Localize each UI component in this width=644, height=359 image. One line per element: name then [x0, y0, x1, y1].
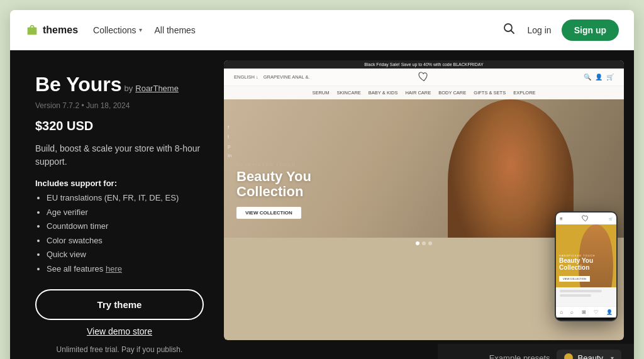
mobile-home-icon: ⌂ — [560, 309, 563, 315]
view-demo-link[interactable]: View demo store — [35, 326, 204, 336]
theme-description: Build, boost & scale your store with 8-h… — [35, 142, 204, 168]
feature-item: Quick view — [47, 248, 204, 261]
store-search-icon: 🔍 — [584, 74, 591, 80]
main-window: themes Collections ▾ All themes Log in S… — [10, 10, 634, 359]
main-nav: Collections ▾ All themes — [93, 25, 484, 35]
mobile-content-area — [556, 287, 616, 306]
shopify-bag-icon — [25, 23, 39, 37]
store-cart-icon: 🛒 — [606, 74, 614, 80]
mobile-nav-bar: ⌂ ⌕ ⊞ ♡ 👤 — [556, 306, 616, 318]
chevron-down-icon: ▾ — [611, 355, 614, 360]
mobile-preview: ☰ 🛒 HANDPICKED TOUCH Beauty YouCollectio… — [555, 211, 618, 321]
search-icon — [502, 22, 515, 35]
logo[interactable]: themes — [25, 23, 78, 37]
chevron-down-icon: ▾ — [139, 26, 142, 33]
store-main-nav: SERUM SKINCARE BABY & KIDS HAIR CARE BOD… — [224, 86, 624, 99]
bottom-bar: Example presets Beauty ▾ — [438, 344, 634, 359]
see-all-features-link[interactable]: here — [106, 264, 122, 273]
store-action-icons: 🔍 👤 🛒 — [584, 74, 614, 80]
mobile-cart-icon: 🛒 — [609, 217, 613, 221]
store-heart-logo — [418, 72, 430, 82]
all-themes-nav-item[interactable]: All themes — [155, 25, 196, 35]
search-button[interactable] — [500, 19, 518, 40]
feature-item-seeall: See all features here — [47, 263, 204, 275]
signup-button[interactable]: Sign up — [562, 19, 619, 41]
feature-item: EU translations (EN, FR, IT, DE, ES) — [47, 192, 204, 204]
hero-eyebrow: HANDPICKED TOUCH — [236, 163, 311, 167]
includes-label: Includes support for: — [35, 179, 204, 188]
feature-item: Color swatches — [47, 235, 204, 247]
preview-container: Black Friday Sale! Save up to 40% with c… — [224, 60, 624, 340]
mobile-grid-icon: ⊞ — [582, 309, 586, 315]
dot-2 — [422, 241, 426, 245]
header-actions: Log in Sign up — [500, 19, 619, 41]
promo-bar: Black Friday Sale! Save up to 40% with c… — [224, 60, 624, 69]
theme-price: $320 USD — [35, 119, 204, 133]
store-header: ENGLISH ↓ GRAPEVINE ANAL &. 🔍 👤 🛒 — [224, 69, 624, 86]
mobile-search-icon: ⌕ — [570, 309, 574, 315]
store-logo — [418, 72, 430, 83]
main-content: Be Yours by RoarTheme Version 7.7.2 • Ju… — [10, 50, 634, 359]
theme-title: Be Yours — [35, 73, 122, 96]
right-panel: Black Friday Sale! Save up to 40% with c… — [224, 50, 634, 359]
preset-name: Beauty — [578, 353, 603, 360]
theme-author-link[interactable]: RoarTheme — [135, 84, 179, 93]
mobile-hero: HANDPICKED TOUCH Beauty YouCollection VI… — [556, 224, 616, 287]
collections-nav-item[interactable]: Collections ▾ — [93, 25, 142, 35]
store-account-icon: 👤 — [595, 74, 602, 80]
free-trial-text: Unlimited free trial. Pay if you publish… — [35, 345, 204, 354]
mobile-menu-icon: ☰ — [560, 217, 562, 221]
dot-1 — [416, 241, 419, 245]
hero-cta-button[interactable]: VIEW COLLECTION — [236, 207, 301, 219]
features-list: EU translations (EN, FR, IT, DE, ES) Age… — [35, 192, 204, 277]
mobile-user-icon: 👤 — [606, 309, 613, 315]
social-icons: f t p in — [228, 124, 231, 158]
mobile-content-bar-1 — [560, 290, 602, 292]
mobile-store-logo — [582, 215, 589, 222]
mobile-store-header: ☰ 🛒 — [556, 213, 616, 224]
mobile-heart-icon: ♡ — [594, 309, 598, 315]
left-panel: Be Yours by RoarTheme Version 7.7.2 • Ju… — [10, 50, 224, 359]
hero-text: HANDPICKED TOUCH Beauty You Collection V… — [236, 163, 311, 219]
try-theme-button[interactable]: Try theme — [35, 289, 204, 320]
hero-heading: Beauty You Collection — [236, 169, 311, 199]
header: themes Collections ▾ All themes Log in S… — [10, 10, 634, 50]
logo-text: themes — [43, 25, 78, 36]
preset-color-dot — [564, 353, 573, 359]
theme-version: Version 7.7.2 • Jun 18, 2024 — [35, 101, 204, 110]
dot-3 — [428, 241, 432, 245]
feature-item: Age verifier — [47, 206, 204, 219]
login-button[interactable]: Log in — [528, 25, 552, 35]
mobile-heading: Beauty YouCollection — [559, 257, 595, 271]
mobile-content-bar-2 — [560, 294, 591, 297]
svg-line-1 — [511, 31, 514, 34]
preset-selector[interactable]: Beauty ▾ — [557, 350, 621, 360]
presets-label: Example presets — [489, 353, 550, 360]
mobile-cta: VIEW COLLECTION — [559, 276, 590, 282]
theme-author-prefix: by — [125, 84, 133, 93]
feature-item: Countdown timer — [47, 220, 204, 233]
theme-title-row: Be Yours by RoarTheme — [35, 73, 204, 97]
store-left-nav: ENGLISH ↓ GRAPEVINE ANAL &. — [234, 74, 310, 80]
mobile-hero-text: HANDPICKED TOUCH Beauty YouCollection VI… — [559, 254, 595, 282]
